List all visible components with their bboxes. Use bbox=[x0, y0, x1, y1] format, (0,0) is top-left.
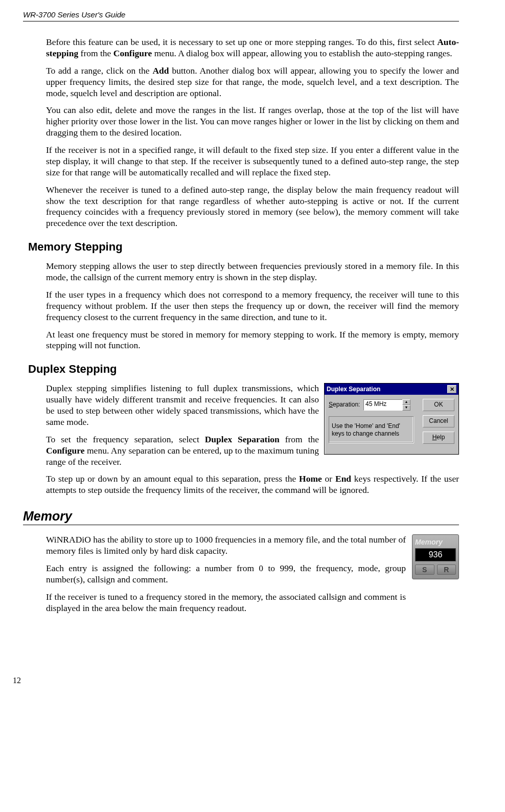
heading-duplex-stepping: Duplex Stepping bbox=[28, 363, 459, 376]
duplex-separation-dialog: Duplex Separation ✕ Separation: 45 MHz ▲… bbox=[324, 383, 459, 455]
dialog-title: Duplex Separation bbox=[327, 386, 380, 393]
ok-button[interactable]: OK bbox=[423, 399, 454, 411]
paragraph: To add a range, click on the Add button.… bbox=[46, 65, 459, 99]
separation-label: Separation: bbox=[329, 401, 360, 408]
paragraph: To step up or down by an amount equal to… bbox=[46, 473, 459, 496]
hint-text: Use the 'Home' and 'End' keys to change … bbox=[332, 422, 410, 438]
separation-input[interactable]: 45 MHz bbox=[363, 399, 404, 411]
close-icon[interactable]: ✕ bbox=[447, 385, 456, 393]
paragraph: Memory stepping allows the user to step … bbox=[46, 261, 459, 283]
help-button[interactable]: Help bbox=[423, 432, 454, 444]
page-number: 12 bbox=[13, 676, 459, 685]
paragraph: If the user types in a frequency which d… bbox=[46, 289, 459, 323]
paragraph: At least one frequency must be stored in… bbox=[46, 329, 459, 352]
memory-r-button[interactable]: R bbox=[437, 565, 456, 575]
paragraph: Whenever the receiver is tuned to a defi… bbox=[46, 185, 459, 230]
paragraph: You can also edit, delete and move the r… bbox=[46, 105, 459, 139]
spinner-icon[interactable]: ▲▼ bbox=[402, 399, 410, 411]
paragraph: To set the frequency separation, select … bbox=[46, 434, 319, 468]
heading-memory: Memory bbox=[23, 509, 459, 525]
paragraph: If the receiver is not in a specified ra… bbox=[46, 145, 459, 178]
paragraph: If the receiver is tuned to a frequency … bbox=[46, 592, 406, 614]
heading-memory-stepping: Memory Stepping bbox=[28, 240, 459, 254]
paragraph: Each entry is assigned the following: a … bbox=[46, 563, 406, 585]
page-header: WR-3700 Series User's Guide bbox=[23, 10, 459, 21]
memory-panel-title: Memory bbox=[415, 538, 456, 546]
memory-panel: Memory 936 S R bbox=[412, 534, 459, 579]
cancel-button[interactable]: Cancel bbox=[423, 415, 454, 427]
paragraph: Duplex stepping simplifies listening to … bbox=[46, 383, 319, 428]
memory-s-button[interactable]: S bbox=[415, 565, 434, 575]
dialog-titlebar: Duplex Separation ✕ bbox=[325, 384, 458, 395]
paragraph: Before this feature can be used, it is n… bbox=[46, 37, 459, 59]
memory-display: 936 bbox=[415, 548, 456, 561]
paragraph: WiNRADiO has the ability to store up to … bbox=[46, 534, 406, 557]
